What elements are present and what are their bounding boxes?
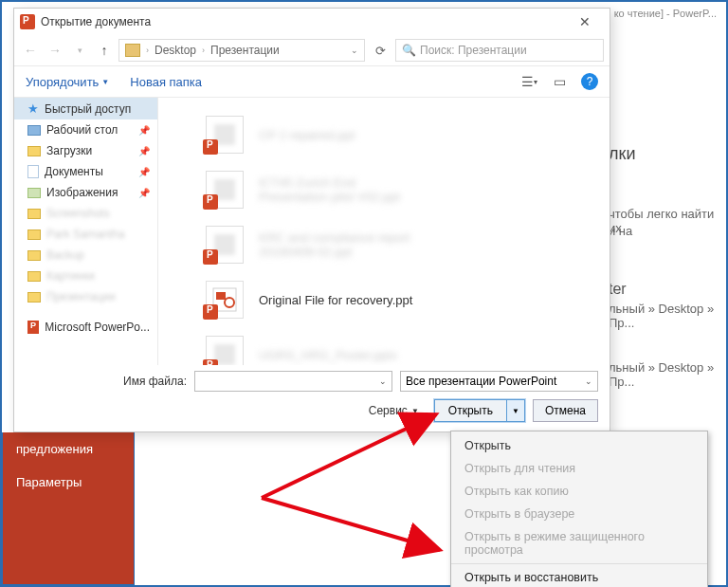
preview-pane-icon[interactable]: ▭ (551, 73, 568, 90)
sidebar-item[interactable]: Park Samantha (14, 224, 157, 245)
sidebar-item-downloads[interactable]: Загрузки📌 (14, 140, 157, 161)
folder-icon (27, 292, 41, 303)
breadcrumb[interactable]: › Desktop › Презентации ⌄ (118, 39, 365, 62)
bg-path: льный » Desktop » Пр... (609, 302, 726, 330)
chevron-down-icon: ▼ (101, 78, 109, 86)
sidebar-item[interactable]: Картинки (14, 266, 157, 286)
nav-item-options[interactable]: Параметры (3, 466, 134, 499)
pin-icon: 📌 (138, 125, 150, 136)
breadcrumb-seg[interactable]: Desktop (155, 44, 196, 57)
file-open-dialog: Открытие документа ✕ ← → ▾ ↑ › Desktop ›… (13, 8, 610, 432)
file-thumb-icon (206, 226, 244, 264)
back-icon[interactable]: ← (20, 43, 41, 58)
menu-item-open-browser[interactable]: Открыть в браузере (451, 503, 707, 525)
dialog-title: Открытие документа (41, 15, 151, 28)
sidebar-item[interactable]: Backup (14, 245, 157, 266)
file-thumb-icon (206, 171, 244, 209)
chevron-down-icon: ⌄ (379, 376, 387, 386)
file-name: Original File for recovery.ppt (259, 293, 412, 307)
up-icon[interactable]: ↑ (94, 43, 115, 58)
bg-heading: ter (609, 281, 627, 298)
search-input[interactable]: 🔍 Поиск: Презентации (395, 39, 604, 62)
powerpoint-badge-icon (203, 249, 218, 265)
sidebar-item[interactable]: Презентации (14, 286, 157, 307)
file-item[interactable]: Original File for recovery.ppt (206, 272, 610, 327)
folder-icon (27, 146, 41, 156)
pin-icon: 📌 (138, 167, 150, 177)
file-list[interactable]: CP 2 repaired.ppt ICT45 Zurich EndPresen… (158, 98, 610, 365)
svg-rect-1 (216, 292, 226, 300)
powerpoint-icon (20, 14, 35, 29)
star-icon: ★ (27, 101, 39, 116)
sidebar-item-documents[interactable]: Документы📌 (14, 161, 157, 182)
open-split-button[interactable]: Открыть ▼ (434, 399, 525, 422)
folder-icon (27, 209, 41, 219)
powerpoint-icon (27, 321, 39, 334)
folder-icon (125, 44, 140, 57)
pin-icon: 📌 (138, 188, 150, 198)
menu-item-open-protected[interactable]: Открыть в режиме защищенного просмотра (451, 525, 707, 561)
organize-button[interactable]: Упорядочить▼ (26, 75, 109, 89)
sidebar-item[interactable]: Screenshots (14, 203, 157, 224)
pin-icon: 📌 (138, 146, 150, 156)
dialog-toolbar: Упорядочить▼ Новая папка ☰▾ ▭ ? (14, 65, 610, 98)
search-placeholder: Поиск: Презентации (420, 44, 527, 57)
chevron-right-icon: › (202, 46, 205, 55)
help-icon[interactable]: ? (581, 73, 598, 90)
dialog-sidebar: ★ Быстрый доступ Рабочий стол📌 Загрузки📌… (14, 98, 158, 365)
sidebar-item-pictures[interactable]: Изображения📌 (14, 182, 157, 203)
dialog-titlebar: Открытие документа ✕ (14, 9, 610, 35)
chevron-down-icon: ⌄ (585, 376, 592, 386)
bg-text: и на (609, 224, 632, 238)
chevron-down-icon[interactable]: ⌄ (351, 46, 358, 55)
new-folder-button[interactable]: Новая папка (130, 75, 202, 89)
open-dropdown-icon[interactable]: ▼ (507, 400, 524, 421)
tools-button[interactable]: Сервис▼ (369, 404, 419, 417)
bg-heading: лки (609, 144, 635, 164)
file-thumb-icon (206, 281, 244, 319)
sidebar-item-quick-access[interactable]: ★ Быстрый доступ (14, 98, 157, 119)
screenshot-frame: ко чтение] - PowerP... лки чтобы легко н… (0, 0, 728, 587)
file-item[interactable]: ICT45 Zurich EndPresentation pilot V02.p… (206, 162, 610, 217)
open-dropdown-menu: Открыть Открыть для чтения Открыть как к… (450, 431, 708, 587)
file-type-filter[interactable]: Все презентации PowerPoint⌄ (400, 371, 598, 392)
refresh-icon[interactable]: ⟳ (369, 44, 391, 58)
image-icon (27, 188, 41, 198)
powerpoint-badge-icon (203, 194, 218, 210)
file-item[interactable]: UGRS_HRG_Poster.pptx (206, 327, 610, 365)
chevron-down-icon[interactable]: ▾ (69, 46, 90, 55)
menu-item-open-readonly[interactable]: Открыть для чтения (451, 457, 707, 480)
search-icon: 🔍 (402, 44, 416, 57)
chevron-right-icon: › (146, 46, 149, 55)
folder-icon (27, 250, 41, 261)
open-button[interactable]: Открыть (435, 400, 507, 421)
folder-icon (27, 229, 41, 240)
file-thumb-icon (206, 336, 244, 365)
powerpoint-badge-icon (203, 139, 218, 155)
bg-path: льный » Desktop » Пр... (609, 360, 726, 389)
view-options-icon[interactable]: ☰▾ (520, 73, 537, 90)
nav-item[interactable]: предложения (3, 432, 134, 466)
desktop-icon (27, 125, 41, 136)
bg-window-title: ко чтение] - PowerP... (614, 8, 717, 19)
menu-item-open[interactable]: Открыть (451, 434, 707, 457)
breadcrumb-seg[interactable]: Презентации (210, 44, 280, 57)
dialog-footer: Имя файла: ⌄ Все презентации PowerPoint⌄… (14, 365, 610, 431)
cancel-button[interactable]: Отмена (533, 399, 598, 422)
filename-label: Имя файла: (26, 375, 187, 388)
file-item[interactable]: CP 2 repaired.ppt (206, 107, 610, 162)
menu-item-open-copy[interactable]: Открыть как копию (451, 480, 707, 503)
filename-input[interactable]: ⌄ (194, 371, 392, 392)
menu-item-open-repair[interactable]: Открыть и восстановить (451, 563, 707, 587)
dialog-navbar: ← → ▾ ↑ › Desktop › Презентации ⌄ ⟳ 🔍 По… (14, 35, 610, 65)
chevron-down-icon: ▼ (411, 407, 419, 415)
powerpoint-badge-icon (203, 359, 218, 365)
folder-icon (27, 271, 41, 282)
sidebar-item-powerpoint[interactable]: Microsoft PowerPo... (14, 317, 157, 338)
close-icon[interactable]: ✕ (566, 14, 604, 29)
powerpoint-badge-icon (203, 304, 218, 320)
file-item[interactable]: KRC and compliance report20180409-02.ppt (206, 217, 610, 272)
document-icon (27, 165, 39, 178)
sidebar-item-desktop[interactable]: Рабочий стол📌 (14, 119, 157, 140)
backstage-nav: предложения Параметры (2, 432, 135, 585)
